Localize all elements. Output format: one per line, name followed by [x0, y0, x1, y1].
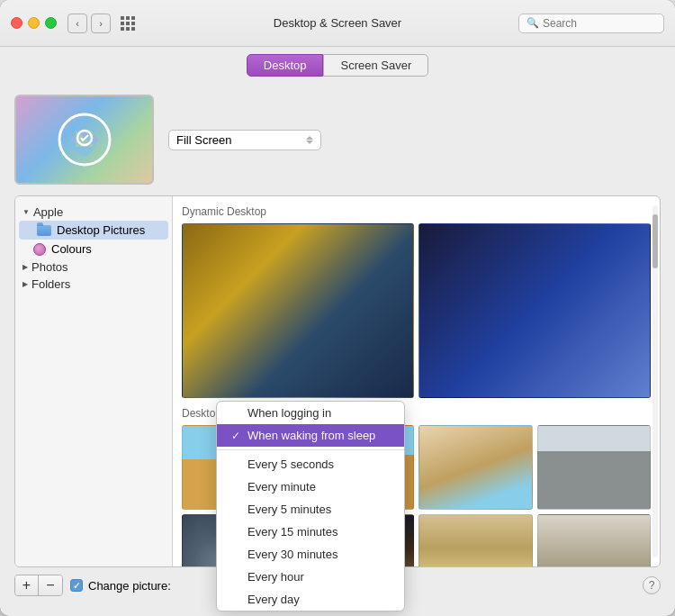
search-icon: 🔍 [526, 17, 539, 29]
sidebar-item-desktop-pictures[interactable]: Desktop Pictures [19, 221, 168, 240]
sidebar-group-folders[interactable]: ▶ Folders [15, 276, 172, 293]
search-bar[interactable]: 🔍 [518, 14, 664, 33]
folder-icon [37, 225, 51, 236]
close-button[interactable] [11, 17, 22, 29]
help-button[interactable]: ? [643, 576, 661, 594]
dynamic-desktop-grid [182, 223, 651, 398]
dropdown-item-every-5-minutes[interactable]: Every 5 minutes [217, 498, 404, 521]
triangle-icon-photos: ▶ [22, 263, 28, 271]
fill-screen-select[interactable]: Fill Screen [168, 130, 321, 150]
fill-screen-label: Fill Screen [176, 133, 302, 147]
add-button[interactable]: + [15, 575, 39, 595]
dropdown-item-when-waking[interactable]: ✓ When waking from sleep [217, 424, 404, 447]
sidebar-group-apple[interactable]: ▼ Apple [15, 204, 172, 221]
add-remove-buttons: + − [14, 575, 63, 596]
tab-desktop[interactable]: Desktop [247, 54, 324, 77]
search-input[interactable] [543, 17, 651, 30]
sidebar-group-photos-label: Photos [32, 260, 68, 274]
dropdown-item-every-5-seconds[interactable]: Every 5 seconds [217, 453, 404, 476]
dropdown-item-every-15-minutes[interactable]: Every 15 minutes [217, 521, 404, 543]
dropdown-item-every-15-minutes-label: Every 15 minutes [248, 525, 338, 539]
thumbnail-dd-2[interactable] [418, 223, 651, 398]
thumbnail-dp-8[interactable] [537, 514, 652, 566]
sidebar-group-folders-label: Folders [32, 277, 70, 291]
tab-screen-saver[interactable]: Screen Saver [323, 54, 428, 77]
thumbnail-dp-7[interactable] [418, 514, 533, 566]
sidebar-item-colours[interactable]: Colours [15, 240, 172, 258]
dropdown-item-every-5-seconds-label: Every 5 seconds [248, 457, 334, 471]
section-title-dynamic: Dynamic Desktop [182, 205, 651, 218]
dropdown-menu: When logging in ✓ When waking from sleep… [216, 401, 405, 611]
select-arrows [306, 136, 313, 144]
dropdown-item-every-minute[interactable]: Every minute [217, 476, 404, 498]
preview-image-icon [58, 113, 112, 167]
preview-box [14, 95, 154, 185]
sidebar: ▼ Apple Desktop Pictures Colours ▶ Photo… [15, 196, 173, 566]
scrollbar-thumb[interactable] [652, 214, 658, 268]
main-window: ‹ › Desktop & Screen Saver 🔍 Desktop Scr… [0, 0, 675, 616]
minimize-button[interactable] [28, 17, 40, 29]
dropdown-item-every-30-minutes[interactable]: Every 30 minutes [217, 543, 404, 566]
change-picture-row: Change picture: [70, 579, 171, 593]
forward-button[interactable]: › [91, 14, 111, 33]
thumbnail-dp-3[interactable] [418, 425, 533, 511]
dropdown-item-when-logging-in-label: When logging in [248, 406, 331, 420]
dropdown-item-every-5-minutes-label: Every 5 minutes [248, 503, 331, 516]
triangle-icon: ▼ [22, 208, 30, 216]
scrollbar-track [652, 205, 658, 557]
triangle-icon-folders: ▶ [22, 280, 28, 288]
grid-button[interactable] [118, 14, 138, 33]
sidebar-item-colours-label: Colours [51, 242, 92, 256]
window-title: Desktop & Screen Saver [274, 16, 401, 30]
dropdown-item-when-waking-label: When waking from sleep [248, 429, 375, 442]
grid-icon [121, 16, 135, 31]
globe-icon [33, 243, 46, 256]
maximize-button[interactable] [45, 17, 57, 29]
traffic-lights [11, 17, 57, 29]
dropdown-item-every-30-minutes-label: Every 30 minutes [248, 548, 338, 561]
thumbnail-dd-1[interactable] [182, 223, 414, 398]
dropdown-item-every-hour[interactable]: Every hour [217, 566, 404, 588]
sidebar-item-desktop-pictures-label: Desktop Pictures [57, 223, 145, 237]
back-button[interactable]: ‹ [68, 14, 87, 33]
dropdown-item-every-day-label: Every day [248, 593, 300, 606]
check-mark-selected: ✓ [231, 430, 242, 442]
remove-button[interactable]: − [39, 575, 62, 595]
dropdown-item-every-day[interactable]: Every day [217, 588, 404, 611]
nav-buttons: ‹ › [68, 14, 111, 33]
preview-row: Fill Screen [14, 86, 661, 195]
dropdown-item-when-logging-in[interactable]: When logging in [217, 402, 404, 424]
titlebar: ‹ › Desktop & Screen Saver 🔍 [0, 0, 675, 47]
change-picture-checkbox[interactable] [70, 579, 83, 592]
dropdown-separator [217, 449, 404, 450]
dropdown-item-every-minute-label: Every minute [248, 480, 316, 494]
dropdown-item-every-hour-label: Every hour [248, 570, 304, 584]
thumbnail-dp-4[interactable] [537, 425, 652, 511]
sidebar-group-photos[interactable]: ▶ Photos [15, 258, 172, 276]
sidebar-group-apple-label: Apple [33, 205, 63, 219]
tab-bar: Desktop Screen Saver [0, 47, 675, 86]
change-picture-label: Change picture: [88, 579, 171, 593]
